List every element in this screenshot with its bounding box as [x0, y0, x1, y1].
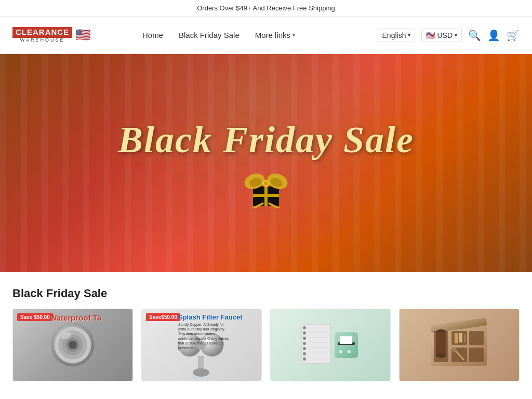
- product-2-description: Sturdy Copper, AllSteady for extra durab…: [178, 322, 230, 351]
- language-label: English: [382, 31, 406, 39]
- top-banner: Orders Over $49+ And Receive Free Shippi…: [0, 0, 532, 17]
- product-2-save-badge: Save$50.00: [146, 313, 180, 321]
- svg-rect-28: [302, 324, 330, 363]
- svg-rect-53: [469, 331, 484, 345]
- product-1-save-badge: Save $50.00: [17, 313, 53, 321]
- banner-text: Orders Over $49+ And Receive Free Shippi…: [197, 4, 335, 12]
- svg-point-29: [303, 326, 306, 329]
- product-card-3[interactable]: [270, 309, 391, 381]
- svg-point-32: [303, 342, 306, 345]
- svg-point-51: [436, 353, 446, 358]
- svg-point-24: [193, 368, 209, 377]
- svg-point-60: [452, 348, 456, 352]
- logo-warehouse: WAREHOUSE: [12, 38, 72, 43]
- header-right: English ▾ 🇺🇸 USD ▾ 🔍 👤 🛒: [378, 29, 520, 42]
- nav-black-friday-sale[interactable]: Black Friday Sale: [179, 31, 240, 39]
- svg-point-34: [303, 352, 306, 355]
- product-card-4[interactable]: [399, 309, 520, 381]
- svg-point-44: [339, 350, 342, 353]
- tape-roll-svg: [47, 319, 99, 371]
- cart-icon[interactable]: 🛒: [507, 29, 520, 42]
- svg-point-14: [69, 341, 77, 349]
- us-flag-icon: 🇺🇸: [75, 28, 91, 42]
- bow-svg: [235, 167, 297, 208]
- svg-rect-2: [253, 194, 279, 197]
- flag-us-small-icon: 🇺🇸: [426, 31, 435, 39]
- chevron-down-icon: ▾: [292, 32, 295, 38]
- svg-rect-43: [340, 336, 352, 344]
- currency-chevron-icon: ▾: [455, 32, 457, 38]
- logo-area: CLEARANCE WAREHOUSE 🇺🇸: [12, 27, 127, 43]
- section-title: Black Friday Sale: [12, 287, 520, 300]
- svg-rect-55: [469, 348, 484, 362]
- hero-content: Black Friday Sale: [118, 118, 414, 208]
- nav-home[interactable]: Home: [142, 31, 163, 39]
- svg-point-33: [303, 347, 306, 350]
- logo-text: CLEARANCE WAREHOUSE: [12, 27, 72, 43]
- printer-svg: [299, 316, 362, 374]
- product-card-2[interactable]: Save$50.00 Splash Filter Faucet Sturdy C…: [141, 309, 262, 381]
- svg-rect-50: [436, 332, 446, 355]
- logo[interactable]: CLEARANCE WAREHOUSE 🇺🇸: [12, 27, 91, 43]
- product-3-image: [271, 309, 390, 381]
- svg-line-25: [194, 377, 196, 379]
- product-2-title: Splash Filter Faucet: [178, 313, 243, 321]
- hero-banner: Black Friday Sale: [0, 54, 532, 272]
- product-card-1[interactable]: Save $50.00 Waterproof Ta: [12, 309, 133, 381]
- main-nav: Home Black Friday Sale More links ▾: [127, 31, 378, 39]
- svg-point-35: [303, 357, 306, 361]
- svg-point-8: [264, 181, 268, 185]
- search-icon[interactable]: 🔍: [468, 29, 481, 42]
- currency-label: USD: [437, 31, 453, 39]
- product-4-image: [400, 309, 519, 381]
- currency-selector[interactable]: 🇺🇸 USD ▾: [421, 29, 462, 42]
- svg-rect-56: [455, 333, 458, 343]
- hero-title: Black Friday Sale: [118, 118, 414, 162]
- product-1-label: Waterproof Ta: [49, 313, 101, 322]
- svg-rect-58: [464, 334, 466, 342]
- svg-line-27: [206, 377, 208, 379]
- svg-point-31: [303, 337, 306, 340]
- lang-chevron-icon: ▾: [408, 32, 410, 38]
- gift-bow-decoration: [235, 167, 297, 208]
- svg-rect-57: [459, 333, 462, 342]
- account-icon[interactable]: 👤: [487, 29, 500, 42]
- header: CLEARANCE WAREHOUSE 🇺🇸 Home Black Friday…: [0, 17, 532, 54]
- svg-point-45: [348, 350, 351, 353]
- organizer-svg: [425, 316, 493, 374]
- svg-point-30: [303, 331, 306, 335]
- products-section: Black Friday Sale: [0, 272, 532, 390]
- nav-more-links[interactable]: More links ▾: [255, 31, 295, 39]
- products-grid: Save $50.00 Waterproof Ta: [12, 309, 520, 381]
- language-selector[interactable]: English ▾: [378, 29, 416, 42]
- logo-clearance: CLEARANCE: [12, 27, 72, 38]
- product-2-text-area: Splash Filter Faucet Sturdy Copper, AllS…: [178, 313, 243, 351]
